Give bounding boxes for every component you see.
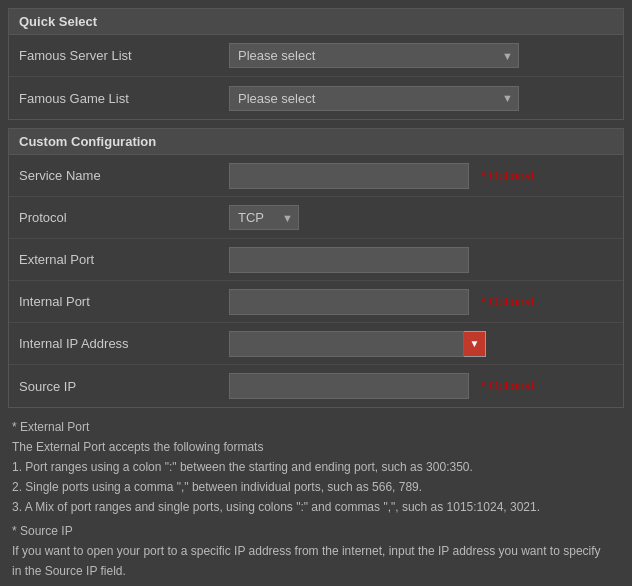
internal-port-label: Internal Port	[19, 294, 229, 309]
source-ip-input[interactable]	[229, 373, 469, 399]
famous-game-row: Famous Game List Please select ▼	[9, 77, 623, 119]
famous-server-label: Famous Server List	[19, 48, 229, 63]
external-port-note-title: * External Port	[12, 418, 620, 436]
service-name-label: Service Name	[19, 168, 229, 183]
famous-game-select-wrapper: Please select ▼	[229, 86, 519, 111]
source-ip-note-line2: in the Source IP field.	[12, 562, 620, 580]
famous-server-select-wrapper: Please select ▼	[229, 43, 519, 68]
custom-config-header: Custom Configuration	[8, 128, 624, 155]
external-port-row: External Port	[9, 239, 623, 281]
external-port-note-line1: The External Port accepts the following …	[12, 438, 620, 456]
famous-game-select[interactable]: Please select	[229, 86, 519, 111]
custom-config-body: Service Name * Optional Protocol TCP UDP…	[8, 155, 624, 408]
custom-config-section: Custom Configuration Service Name * Opti…	[8, 128, 624, 408]
internal-ip-wrapper: ▼	[229, 331, 486, 357]
external-port-input[interactable]	[229, 247, 469, 273]
internal-ip-control: ▼	[229, 331, 613, 357]
main-container: Quick Select Famous Server List Please s…	[0, 0, 632, 586]
source-ip-row: Source IP * Optional	[9, 365, 623, 407]
external-port-note-line4: 3. A Mix of port ranges and single ports…	[12, 498, 620, 516]
protocol-select-wrapper: TCP UDP TCP/UDP ▼	[229, 205, 299, 230]
quick-select-body: Famous Server List Please select ▼ Famou…	[8, 35, 624, 120]
quick-select-header: Quick Select	[8, 8, 624, 35]
source-ip-note-line1: If you want to open your port to a speci…	[12, 542, 620, 560]
internal-ip-row: Internal IP Address ▼	[9, 323, 623, 365]
famous-game-control: Please select ▼	[229, 86, 613, 111]
famous-server-select[interactable]: Please select	[229, 43, 519, 68]
external-port-label: External Port	[19, 252, 229, 267]
famous-server-row: Famous Server List Please select ▼	[9, 35, 623, 77]
protocol-row: Protocol TCP UDP TCP/UDP ▼	[9, 197, 623, 239]
famous-game-label: Famous Game List	[19, 91, 229, 106]
external-port-note-line3: 2. Single ports using a comma "," betwee…	[12, 478, 620, 496]
notes-section: * External Port The External Port accept…	[8, 414, 624, 586]
famous-server-control: Please select ▼	[229, 43, 613, 68]
source-ip-note-title: * Source IP	[12, 522, 620, 540]
source-ip-control: * Optional	[229, 373, 613, 399]
internal-ip-input[interactable]	[229, 331, 464, 357]
service-name-input[interactable]	[229, 163, 469, 189]
internal-port-row: Internal Port * Optional	[9, 281, 623, 323]
internal-port-optional: * Optional	[481, 295, 534, 309]
service-name-row: Service Name * Optional	[9, 155, 623, 197]
internal-port-input[interactable]	[229, 289, 469, 315]
internal-port-control: * Optional	[229, 289, 613, 315]
protocol-control: TCP UDP TCP/UDP ▼	[229, 205, 613, 230]
service-name-control: * Optional	[229, 163, 613, 189]
internal-ip-dropdown-btn[interactable]: ▼	[464, 331, 486, 357]
service-name-optional: * Optional	[481, 169, 534, 183]
protocol-label: Protocol	[19, 210, 229, 225]
protocol-select[interactable]: TCP UDP TCP/UDP	[229, 205, 299, 230]
internal-ip-dropdown-arrow-icon: ▼	[470, 338, 480, 349]
external-port-note-line2: 1. Port ranges using a colon ":" between…	[12, 458, 620, 476]
source-ip-label: Source IP	[19, 379, 229, 394]
external-port-control	[229, 247, 613, 273]
internal-ip-label: Internal IP Address	[19, 336, 229, 351]
source-ip-optional: * Optional	[481, 379, 534, 393]
quick-select-section: Quick Select Famous Server List Please s…	[8, 8, 624, 120]
